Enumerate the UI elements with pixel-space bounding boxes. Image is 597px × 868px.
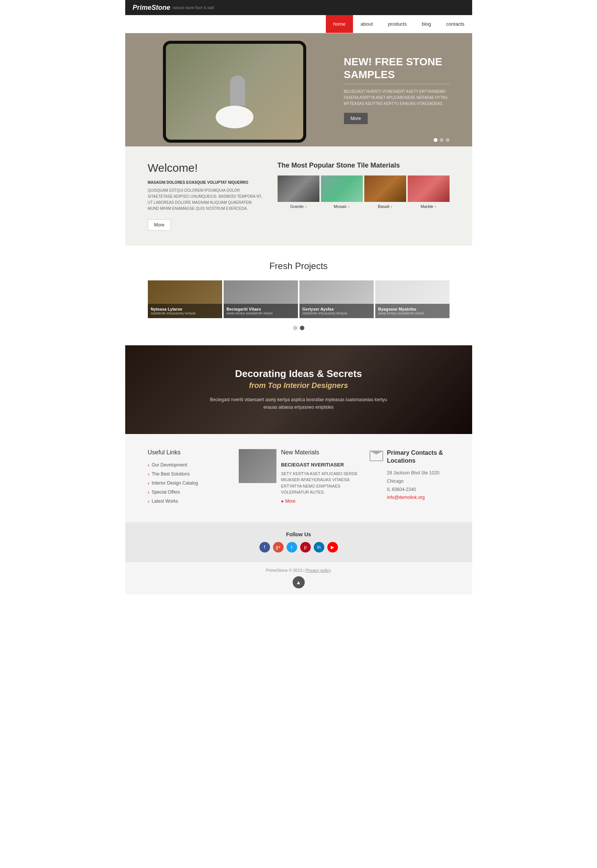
stone-marble[interactable]: Marble› bbox=[408, 175, 450, 211]
deco-banner: Decorating Ideas & Secrets from Top Inte… bbox=[125, 345, 472, 434]
basalt-label: Basalt› bbox=[364, 202, 406, 211]
address-line3: IL 60604-2340 bbox=[387, 486, 449, 494]
stone-mosaic[interactable]: Mosaic› bbox=[321, 175, 363, 211]
hero-description: BECIEGAST NVERITI VITAESAERT ASETY ERTYA… bbox=[344, 89, 450, 107]
stone-granite[interactable]: Granite› bbox=[278, 175, 319, 211]
footer-top: Useful Links Our Development The Best So… bbox=[125, 434, 472, 522]
linkedin-icon[interactable]: in bbox=[314, 542, 324, 553]
new-materials-image bbox=[239, 449, 276, 483]
social-icons: f g+ t p in ▶ bbox=[134, 542, 463, 553]
news-more-link[interactable]: ● More bbox=[281, 499, 358, 504]
twitter-icon[interactable]: t bbox=[287, 542, 297, 553]
deco-subtitle: from Top Interior Designers bbox=[249, 381, 348, 390]
new-materials-title: New Materials bbox=[281, 449, 358, 456]
hero-divider bbox=[344, 84, 450, 84]
projects-grid: Nyteasa Lytarse seplabrde ertyasasety ke… bbox=[148, 280, 450, 318]
hero-dots bbox=[434, 138, 450, 142]
project-1[interactable]: Nyteasa Lytarse seplabrde ertyasasety ke… bbox=[148, 280, 222, 318]
follow-section: Follow Us f g+ t p in ▶ bbox=[125, 522, 472, 562]
nav-about[interactable]: about bbox=[353, 15, 381, 33]
project-3[interactable]: Gertyser Aysfas seplabrde ertyasasety ke… bbox=[299, 280, 374, 318]
footer-link-3[interactable]: Interior Design Catalog bbox=[148, 480, 227, 486]
facebook-icon[interactable]: f bbox=[259, 542, 270, 553]
projects-dot-2[interactable] bbox=[300, 326, 304, 330]
projects-dot-1[interactable] bbox=[293, 326, 298, 330]
hero-dot-3[interactable] bbox=[446, 138, 450, 142]
project-2-overlay: Beciegariti Vitaes asety kertya aseplabr… bbox=[224, 304, 298, 318]
pinterest-icon[interactable]: p bbox=[300, 542, 311, 553]
logo: PrimeStone natural stone floor & wall bbox=[133, 4, 214, 12]
welcome-title: Welcome! bbox=[148, 162, 262, 174]
youtube-icon[interactable]: ▶ bbox=[327, 542, 338, 553]
welcome-more-button[interactable]: More bbox=[148, 219, 171, 231]
stone-basalt[interactable]: Basalt› bbox=[364, 175, 406, 211]
projects-pagination bbox=[148, 326, 450, 330]
granite-label: Granite› bbox=[278, 202, 319, 211]
mosaic-image bbox=[321, 175, 363, 202]
project-2-desc: asety kertya aseplabrde ertyas bbox=[227, 311, 295, 315]
nav-home[interactable]: home bbox=[326, 15, 353, 33]
hero-section: NEW! FREE STONE SAMPLES BECIEGAST NVERIT… bbox=[125, 33, 472, 146]
address-line1: 28 Jackson Blvd Ste 1020 bbox=[387, 469, 449, 477]
project-4-name: Byagsase Myatsfas bbox=[378, 307, 447, 311]
link-latest-works[interactable]: Latest Works bbox=[152, 499, 178, 504]
brand-tagline: natural stone floor & wall bbox=[173, 6, 214, 10]
more-label: More bbox=[285, 499, 295, 504]
granite-image bbox=[278, 175, 319, 202]
project-1-desc: seplabrde ertyasasety kertyas bbox=[151, 311, 219, 315]
link-interior-catalog[interactable]: Interior Design Catalog bbox=[152, 480, 198, 486]
marble-image bbox=[408, 175, 450, 202]
hero-more-button[interactable]: More bbox=[344, 113, 368, 124]
footer-link-1[interactable]: Our Development bbox=[148, 462, 227, 468]
hero-dot-1[interactable] bbox=[434, 138, 437, 142]
basalt-image bbox=[364, 175, 406, 202]
welcome-section: Welcome! MASAGNI DOLORES EOASQUIE VOLUPT… bbox=[125, 146, 472, 246]
footer-link-4[interactable]: Special Offers bbox=[148, 489, 227, 495]
news-subtitle: BECIEGAST NVERITIASER bbox=[281, 462, 358, 468]
hero-title: NEW! FREE STONE SAMPLES bbox=[344, 55, 450, 81]
project-4[interactable]: Byagsase Myatsfas asety kertya aseplabrd… bbox=[375, 280, 450, 318]
footer-link-2[interactable]: The Best Solutions bbox=[148, 471, 227, 477]
link-our-development[interactable]: Our Development bbox=[152, 462, 187, 468]
welcome-left: Welcome! MASAGNI DOLORES EOASQUIE VOLUPT… bbox=[148, 162, 262, 231]
useful-links-title: Useful Links bbox=[148, 449, 227, 456]
more-icon: ● bbox=[281, 499, 284, 504]
project-4-desc: asety kertya aseplabrde ertyas bbox=[378, 311, 447, 315]
footer-link-5[interactable]: Latest Works bbox=[148, 498, 227, 504]
project-2-name: Beciegariti Vitaes bbox=[227, 307, 295, 311]
google-plus-icon[interactable]: g+ bbox=[273, 542, 284, 553]
contact-email[interactable]: info@demolink.org bbox=[387, 495, 425, 500]
hero-content: NEW! FREE STONE SAMPLES BECIEGAST NVERIT… bbox=[344, 55, 450, 124]
projects-section: Fresh Projects Nyteasa Lytarse seplabrde… bbox=[125, 246, 472, 345]
address-line2: Chicago bbox=[387, 477, 449, 486]
copyright: PrimeStone © 2013 | Privacy policy bbox=[131, 568, 466, 573]
envelope-icon bbox=[370, 451, 383, 461]
deco-title: Decorating Ideas & Secrets bbox=[235, 368, 362, 380]
project-1-overlay: Nyteasa Lytarse seplabrde ertyasasety ke… bbox=[148, 304, 222, 318]
useful-links-col: Useful Links Our Development The Best So… bbox=[148, 449, 227, 507]
welcome-text: QUISQUAM ESTQUI DOLOREM IPSUMQUIA DOLOR … bbox=[148, 188, 262, 212]
marble-label: Marble› bbox=[408, 202, 450, 211]
project-2[interactable]: Beciegariti Vitaes asety kertya aseplabr… bbox=[224, 280, 298, 318]
footer-links-list: Our Development The Best Solutions Inter… bbox=[148, 462, 227, 504]
nav-contacts[interactable]: contacts bbox=[439, 15, 472, 33]
welcome-right: The Most Popular Stone Tile Materials Gr… bbox=[278, 162, 450, 231]
hero-dot-2[interactable] bbox=[440, 138, 444, 142]
nav-blog[interactable]: blog bbox=[414, 15, 439, 33]
scroll-to-top-button[interactable]: ▲ bbox=[293, 576, 305, 588]
main-nav: home about products blog contacts bbox=[125, 15, 472, 33]
projects-title: Fresh Projects bbox=[148, 261, 450, 271]
project-4-overlay: Byagsase Myatsfas asety kertya aseplabrd… bbox=[375, 304, 450, 318]
link-best-solutions[interactable]: The Best Solutions bbox=[152, 471, 190, 477]
header: PrimeStone natural stone floor & wall bbox=[125, 0, 472, 15]
contact-address: 28 Jackson Blvd Ste 1020 Chicago IL 6060… bbox=[387, 469, 449, 502]
nav-products[interactable]: products bbox=[381, 15, 414, 33]
link-special-offers[interactable]: Special Offers bbox=[152, 489, 180, 495]
follow-title: Follow Us bbox=[134, 531, 463, 537]
contacts-col: Primary Contacts & Locations 28 Jackson … bbox=[370, 449, 449, 507]
hero-tablet bbox=[163, 41, 306, 143]
new-materials-content: New Materials BECIEGAST NVERITIASER SETY… bbox=[281, 449, 358, 507]
privacy-link[interactable]: Privacy policy bbox=[305, 568, 331, 573]
popular-title: The Most Popular Stone Tile Materials bbox=[278, 162, 450, 169]
deco-text: Beciegast nveriti vitaesaert asety kerty… bbox=[204, 396, 393, 411]
